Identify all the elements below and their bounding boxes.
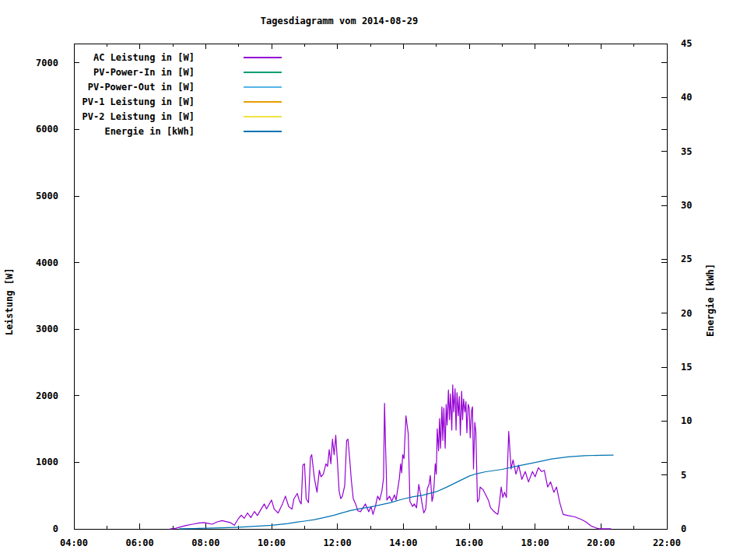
x-tick-label: 14:00 — [389, 537, 417, 548]
y-right-tick-label: 30 — [681, 200, 692, 211]
legend-label: Energie in [kWh] — [104, 126, 195, 137]
y-right-tick-label: 40 — [681, 92, 692, 103]
y-right-tick-label: 10 — [681, 415, 692, 426]
x-tick-label: 12:00 — [324, 537, 352, 548]
x-tick-label: 04:00 — [60, 537, 88, 548]
y-left-tick-label: 4000 — [36, 257, 58, 268]
daily-diagram-page: Tagesdiagramm vom 2014-08-29Leistung [W]… — [0, 0, 747, 560]
x-tick-label: 06:00 — [126, 537, 154, 548]
y-left-tick-label: 1000 — [36, 457, 58, 467]
x-tick-label: 22:00 — [653, 537, 681, 548]
x-tick-label: 10:00 — [258, 537, 286, 548]
y-left-tick-label: 5000 — [36, 191, 58, 201]
legend-label: PV-Power-Out in [W] — [88, 82, 195, 93]
y-right-tick-label: 35 — [681, 146, 692, 157]
legend-label: PV-1 Leistung in [W] — [82, 96, 195, 107]
y-left-tick-label: 0 — [53, 523, 58, 534]
y-right-tick-label: 45 — [681, 38, 692, 49]
y-right-axis-title: Energie [kWh] — [705, 264, 716, 337]
x-tick-label: 20:00 — [587, 537, 615, 548]
y-left-tick-label: 7000 — [36, 58, 58, 68]
y-right-tick-label: 15 — [681, 362, 692, 373]
legend-label: PV-Power-In in [W] — [93, 67, 195, 78]
y-left-axis-title: Leistung [W] — [4, 268, 15, 336]
x-tick-label: 16:00 — [455, 537, 483, 548]
y-left-tick-label: 2000 — [36, 390, 58, 401]
y-right-tick-label: 5 — [681, 470, 686, 481]
y-right-tick-label: 20 — [681, 308, 692, 319]
x-tick-label: 18:00 — [521, 537, 549, 548]
y-right-tick-label: 25 — [681, 254, 692, 264]
series-line-ac-leistung-in-w- — [170, 385, 611, 529]
y-right-tick-label: 0 — [681, 523, 686, 534]
x-tick-label: 08:00 — [191, 537, 219, 548]
y-left-tick-label: 3000 — [36, 324, 58, 334]
legend-label: AC Leistung in [W] — [93, 52, 195, 63]
daily-diagram-chart: Tagesdiagramm vom 2014-08-29Leistung [W]… — [0, 0, 747, 560]
chart-title: Tagesdiagramm vom 2014-08-29 — [261, 16, 418, 26]
legend-label: PV-2 Leistung in [W] — [82, 111, 195, 122]
y-left-tick-label: 6000 — [36, 124, 58, 135]
